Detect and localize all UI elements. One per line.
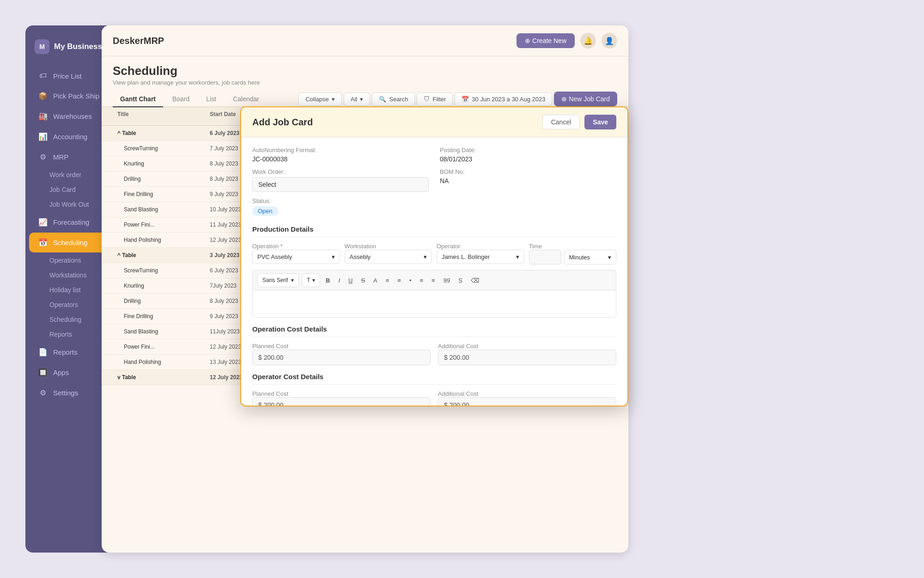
operator-cost-title: Operator Cost Details [252,373,616,385]
underline-button[interactable]: U [346,276,355,285]
workstation-field: Workstation Assebly ▾ [345,243,432,264]
sidebar-label-operators: Operators [49,301,78,308]
operator-chevron-icon: ▾ [516,253,519,260]
opr-planned-cost-field: Planned Cost [252,390,431,406]
sidebar-label-price-list: Price List [53,72,82,80]
sidebar-label-workstations: Workstations [49,271,87,279]
logo-icon: M [35,39,49,54]
opr-additional-cost-input[interactable] [438,397,616,406]
workstation-value: Assebly [350,253,371,260]
date-range-button[interactable]: 📅 30 Jun 2023 a 30 Aug 2023 [455,92,552,106]
status-badge: Open [252,206,278,216]
all-button[interactable]: All ▾ [344,92,370,106]
unordered-list-button[interactable]: • [407,276,414,285]
align-button[interactable]: ≡ [383,276,392,285]
blockquote-button[interactable]: 99 [441,276,453,285]
text-editor: Sans Serif ▾ T ▾ B I U S A ≡ ≡ • ≡ ≡ 99 … [252,270,616,318]
user-avatar[interactable]: 👤 [602,33,617,49]
editor-area[interactable] [252,290,616,318]
tab-list[interactable]: List [199,92,224,107]
font-color-button[interactable]: A [371,276,380,285]
operation-field: Operation * PVC Assebly ▾ [252,243,340,264]
op-planned-cost-field: Planned Cost [252,343,431,365]
opr-planned-cost-input[interactable] [252,397,431,406]
op-additional-cost-input[interactable] [438,350,616,365]
status-field: Status: Open [252,197,429,216]
sidebar-label-work-order: Work order [49,171,81,178]
sidebar-label-reports: Reports [53,348,78,356]
new-job-card-button[interactable]: ⊕ New Job Card [554,92,617,106]
status-label: Status: [252,197,429,204]
page-header: Scheduling View plan and manage your wor… [102,56,628,86]
settings-icon: ⚙ [38,388,48,397]
operator-select[interactable]: James L. Bolinger ▾ [437,250,524,264]
tab-calendar[interactable]: Calendar [225,92,267,107]
op-planned-cost-input[interactable] [252,350,431,365]
all-chevron-icon: ▾ [360,96,363,103]
modal-title: Add Job Card [252,117,313,128]
clear-format-button[interactable]: ⌫ [468,276,482,285]
time-unit-select[interactable]: Minutes ▾ [564,250,617,264]
add-job-card-modal: Add Job Card Cancel Save AutoNumbering F… [240,106,628,406]
notification-icon[interactable]: 🔔 [580,33,596,49]
time-unit-chevron-icon: ▾ [608,254,611,261]
font-family-select[interactable]: Sans Serif ▾ [257,273,299,287]
calendar-icon: 📅 [462,96,469,103]
bom-no-label: BOM No: [440,168,616,175]
operator-cost-grid: Planned Cost Additional Cost [252,390,616,406]
search-label: Search [389,96,408,103]
basic-fields: AutoNumbering Format: JC-0000038 Posting… [252,147,616,216]
modal-body: AutoNumbering Format: JC-0000038 Posting… [241,137,627,406]
collapse-button[interactable]: Collapse ▾ [298,92,342,106]
work-order-input[interactable]: Select [252,177,429,192]
tab-board[interactable]: Board [165,92,197,107]
app-title: DeskerMRP [113,36,164,46]
outdent-button[interactable]: ≡ [429,276,438,285]
bold-button[interactable]: B [323,276,333,285]
posting-date-field: Posting Date: 08/01/2023 [440,147,616,163]
italic-button[interactable]: I [335,276,343,285]
ordered-list-button[interactable]: ≡ [395,276,404,285]
tab-gantt-chart[interactable]: Gantt Chart [113,92,163,107]
workstation-col-header: Workstation [345,243,432,250]
pick-pack-ship-icon: 📦 [38,92,48,100]
save-button[interactable]: Save [584,115,616,129]
operation-select[interactable]: PVC Assebly ▾ [252,250,340,264]
sidebar-label-forecasting: Forecasting [53,218,89,226]
filter-button[interactable]: ⛉ Filter [417,92,453,106]
search-button[interactable]: 🔍 Search [372,92,415,106]
sidebar-label-scheduling-sub: Scheduling [49,316,81,323]
sidebar-label-warehouses: Warehouses [53,112,92,120]
font-chevron-icon: ▾ [291,277,294,283]
time-field: Time Minutes ▾ [529,243,617,264]
size-chevron-icon: ▾ [312,277,315,283]
search-icon: 🔍 [379,96,386,103]
time-input[interactable] [529,250,561,264]
forecasting-icon: 📈 [38,218,48,227]
date-range-label: 30 Jun 2023 a 30 Aug 2023 [472,96,545,103]
op-additional-cost-label: Additional Cost [438,343,616,350]
op-planned-cost-label: Planned Cost [252,343,431,350]
topbar-right: ⊕ Create New 🔔 👤 [517,33,617,49]
mrp-icon: ⚙ [38,153,48,161]
sidebar-label-operations: Operations [49,257,81,264]
production-details-grid: Operation * PVC Assebly ▾ Workstation As… [252,243,616,264]
strikethrough2-button[interactable]: S [456,276,465,285]
cancel-button[interactable]: Cancel [542,115,580,129]
operation-value: PVC Assebly [257,253,292,260]
view-tabs: Gantt Chart Board List Calendar Collapse… [102,86,628,107]
workstation-select[interactable]: Assebly ▾ [345,250,432,264]
operator-field: Operator James L. Bolinger ▾ [437,243,524,264]
strikethrough-button[interactable]: S [358,276,368,285]
reports-icon: 📄 [38,348,48,357]
modal-actions: Cancel Save [542,115,616,129]
font-size-select[interactable]: T ▾ [302,273,320,287]
collapse-label: Collapse [305,96,329,103]
editor-toolbar: Sans Serif ▾ T ▾ B I U S A ≡ ≡ • ≡ ≡ 99 … [252,270,616,290]
opr-additional-cost-label: Additional Cost [438,390,616,397]
indent-button[interactable]: ≡ [417,276,426,285]
sidebar-label-accounting: Accounting [53,133,87,141]
time-col-header: Time [529,243,617,250]
production-details-title: Production Details [252,225,616,237]
create-new-button[interactable]: ⊕ Create New [517,33,575,48]
